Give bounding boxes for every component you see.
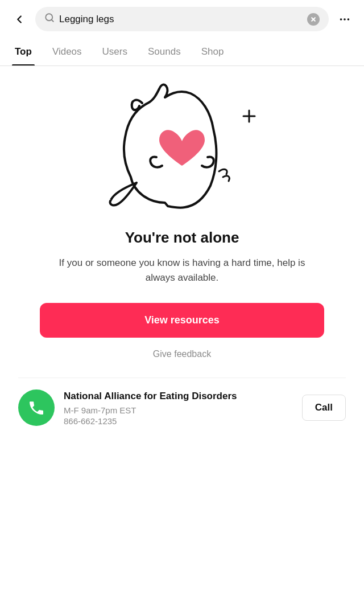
back-button[interactable]: [9, 9, 30, 30]
phone-icon-button[interactable]: [18, 389, 55, 426]
tab-shop[interactable]: Shop: [191, 38, 234, 65]
call-button[interactable]: Call: [302, 395, 346, 421]
search-query: Legging legs: [59, 14, 303, 25]
header: Legging legs: [0, 0, 364, 38]
main-heading: You're not alone: [125, 229, 239, 247]
main-content: You're not alone If you or someone you k…: [0, 66, 364, 456]
resource-phone: 866-662-1235: [64, 416, 293, 426]
resource-info: National Alliance for Eating Disorders M…: [64, 389, 293, 426]
svg-point-3: [344, 18, 346, 20]
resource-card: National Alliance for Eating Disorders M…: [18, 378, 346, 437]
phone-icon: [27, 399, 46, 417]
search-icon: [44, 13, 55, 26]
search-bar[interactable]: Legging legs: [35, 7, 329, 31]
give-feedback-link[interactable]: Give feedback: [153, 349, 211, 359]
main-subtext: If you or someone you know is having a h…: [46, 256, 318, 285]
tab-sounds[interactable]: Sounds: [138, 38, 191, 65]
svg-line-1: [51, 19, 53, 21]
svg-point-4: [348, 18, 350, 20]
svg-point-2: [340, 18, 342, 20]
view-resources-button[interactable]: View resources: [40, 303, 324, 338]
tabs-bar: Top Videos Users Sounds Shop: [0, 38, 364, 66]
tab-videos[interactable]: Videos: [42, 38, 92, 65]
tab-top[interactable]: Top: [5, 38, 42, 65]
resource-hours: M-F 9am-7pm EST: [64, 405, 293, 415]
tab-users[interactable]: Users: [92, 38, 138, 65]
illustration: [91, 77, 273, 220]
more-options-button[interactable]: [334, 9, 355, 30]
clear-search-button[interactable]: [307, 13, 320, 26]
resource-name: National Alliance for Eating Disorders: [64, 389, 293, 403]
